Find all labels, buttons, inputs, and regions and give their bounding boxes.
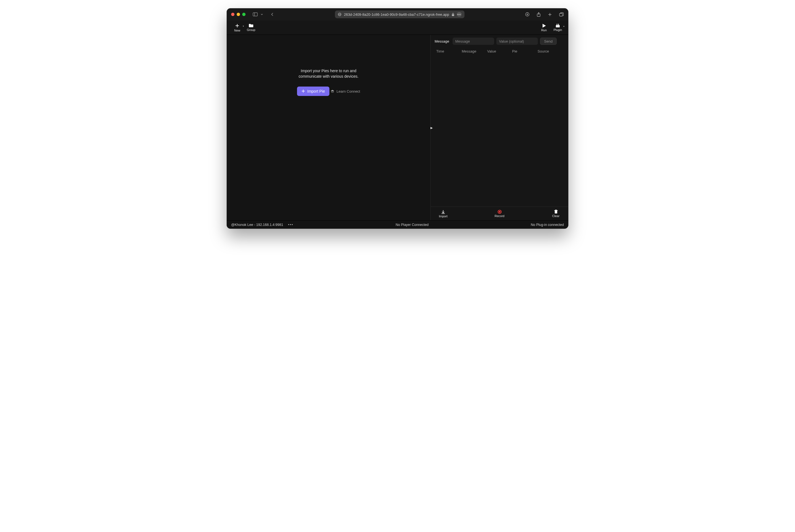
send-button-label: Send — [544, 39, 553, 43]
app-window: 263d-2409-8a20-1c86-1ea0-90c9-9a48-cba7-… — [227, 8, 568, 229]
address-bar[interactable]: 263d-2409-8a20-1c86-1ea0-90c9-9a48-cba7-… — [335, 11, 464, 18]
message-panel-actions: Import Record Clear — [431, 207, 568, 221]
share-icon[interactable] — [537, 12, 541, 17]
header-value: Value — [487, 49, 512, 53]
status-user-host: @Khonok Lee - 192.168.1.4:9981 — [231, 223, 283, 227]
app-toolbar: ▾ New Group Run ▾ Plugin — [227, 20, 568, 35]
svg-marker-15 — [543, 24, 546, 27]
value-input[interactable] — [496, 38, 538, 45]
import-pie-button[interactable]: Import Pie — [297, 87, 329, 96]
window-controls — [231, 13, 246, 16]
status-plugin: No Plug-in connected — [531, 223, 564, 227]
minimize-window-button[interactable] — [237, 13, 240, 16]
learn-connect-label: Learn Connect — [337, 89, 360, 93]
learn-connect-link[interactable]: Learn Connect — [330, 89, 360, 93]
group-button[interactable]: Group — [245, 23, 257, 32]
message-table-body — [431, 56, 568, 207]
empty-state: Import your Pies here to run and communi… — [290, 68, 367, 96]
trash-icon — [554, 210, 558, 214]
record-icon — [498, 210, 502, 214]
plugin-button-label: Plugin — [554, 28, 562, 32]
play-icon — [542, 23, 546, 28]
svg-rect-25 — [554, 210, 558, 211]
status-player: No Player Connected — [299, 223, 526, 227]
svg-rect-5 — [452, 14, 454, 16]
download-icon — [441, 210, 446, 214]
svg-rect-12 — [559, 13, 562, 16]
chevron-down-icon: ▾ — [563, 25, 564, 27]
send-button[interactable]: Send — [540, 38, 557, 45]
clear-label: Clear — [552, 214, 559, 217]
learn-icon — [330, 90, 335, 93]
header-pie: Pie — [512, 49, 538, 53]
svg-rect-17 — [557, 24, 558, 25]
import-log-label: Import — [439, 214, 447, 218]
address-bar-url: 263d-2409-8a20-1c86-1ea0-90c9-9a48-cba7-… — [344, 13, 449, 17]
window-titlebar: 263d-2409-8a20-1c86-1ea0-90c9-9a48-cba7-… — [227, 8, 568, 20]
downloads-icon[interactable] — [525, 12, 529, 17]
header-message: Message — [462, 49, 487, 53]
globe-icon — [338, 13, 342, 16]
sidebar-toggle-icon[interactable] — [253, 13, 258, 16]
group-button-label: Group — [247, 28, 255, 32]
status-bar: @Khonok Lee - 192.168.1.4:9981 ••• No Pl… — [227, 221, 568, 229]
svg-rect-18 — [558, 24, 559, 25]
import-log-button[interactable]: Import — [433, 210, 453, 218]
folder-icon — [249, 23, 254, 27]
fullscreen-window-button[interactable] — [242, 13, 246, 16]
new-button[interactable]: ▾ New — [231, 23, 243, 32]
empty-state-text: Import your Pies here to run and communi… — [290, 68, 367, 79]
site-menu-icon[interactable]: ••• — [457, 12, 462, 17]
svg-rect-16 — [556, 25, 560, 27]
plus-icon — [235, 23, 240, 28]
message-label: Message — [435, 39, 449, 43]
plugin-button[interactable]: ▾ Plugin — [552, 23, 564, 32]
clear-button[interactable]: Clear — [546, 210, 565, 217]
plugin-icon — [555, 23, 560, 27]
header-source: Source — [538, 49, 563, 53]
svg-rect-0 — [253, 13, 257, 16]
chevron-down-icon[interactable] — [260, 13, 263, 16]
status-more-icon[interactable]: ••• — [288, 223, 293, 227]
tab-overview-icon[interactable] — [559, 13, 564, 17]
new-button-label: New — [234, 29, 240, 32]
new-tab-icon[interactable] — [548, 13, 552, 17]
plus-icon — [302, 89, 305, 93]
message-input[interactable] — [453, 38, 494, 45]
run-button[interactable]: Run — [538, 23, 550, 32]
svg-rect-26 — [555, 210, 556, 210]
main-content: Import your Pies here to run and communi… — [227, 35, 568, 221]
run-button-label: Run — [541, 28, 547, 32]
pane-resize-handle[interactable]: ▶ — [430, 126, 433, 129]
record-label: Record — [495, 214, 504, 217]
left-pane: Import your Pies here to run and communi… — [227, 35, 430, 221]
close-window-button[interactable] — [231, 13, 234, 16]
message-table-header: Time Message Value Pie Source — [431, 48, 568, 56]
header-time: Time — [436, 49, 462, 53]
lock-icon — [451, 13, 454, 16]
back-button[interactable] — [270, 13, 274, 16]
svg-rect-24 — [555, 211, 557, 213]
message-input-row: Message Send — [431, 35, 568, 48]
message-panel: Message Send Time Message Value Pie Sour… — [430, 35, 568, 221]
chevron-down-icon: ▾ — [243, 25, 244, 27]
import-pie-label: Import Pie — [307, 89, 325, 93]
record-button[interactable]: Record — [490, 210, 509, 217]
